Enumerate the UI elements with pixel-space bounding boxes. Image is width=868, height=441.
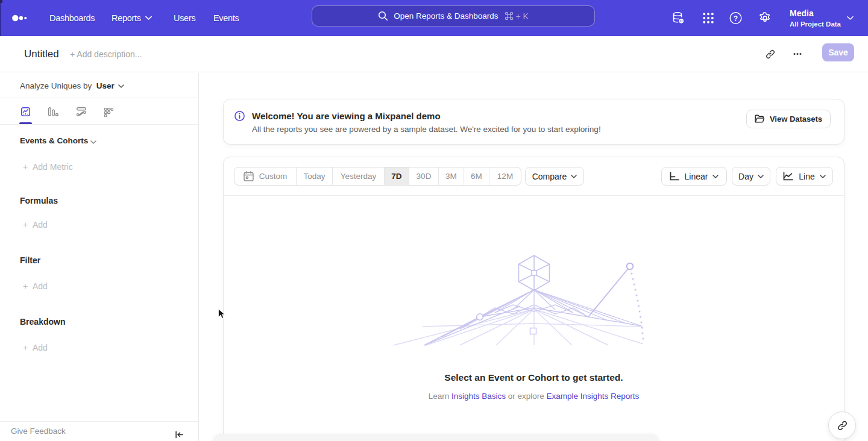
svg-text:?: ? xyxy=(734,14,738,23)
